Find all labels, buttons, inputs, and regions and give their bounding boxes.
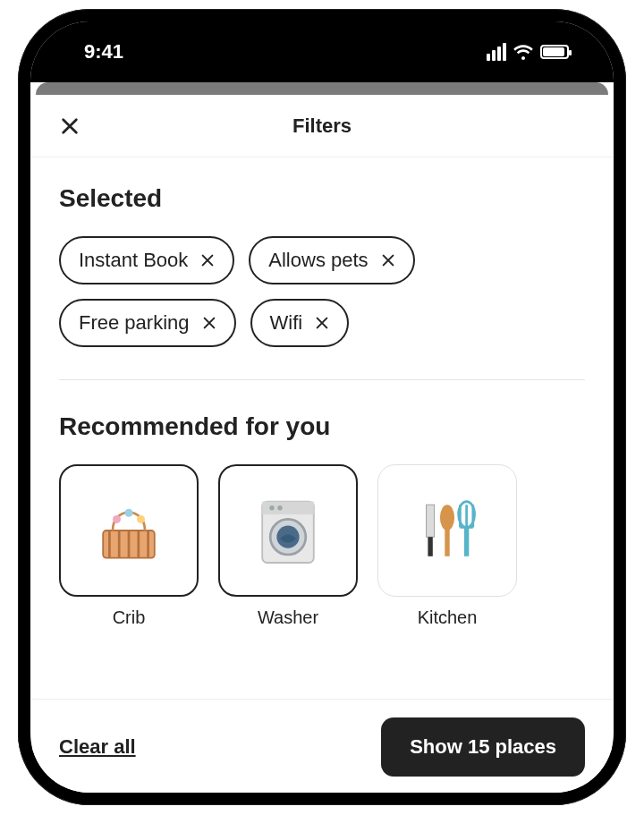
card-wrap-washer: Washer (218, 464, 358, 628)
card-wrap-kitchen: Kitchen (377, 464, 517, 628)
filter-sheet: Filters Selected Instant Book Allows pet… (32, 95, 612, 793)
svg-rect-18 (445, 529, 449, 556)
card-label: Kitchen (418, 607, 478, 628)
svg-rect-15 (427, 505, 435, 537)
divider (59, 379, 585, 380)
status-time: 9:41 (84, 40, 123, 64)
remove-icon (200, 253, 215, 267)
close-button[interactable] (54, 110, 86, 142)
status-right (487, 43, 569, 61)
device-notch (250, 25, 394, 61)
chip-label: Allows pets (268, 249, 368, 272)
svg-point-17 (440, 505, 454, 531)
sheet-footer: Clear all Show 15 places (32, 699, 612, 793)
card-label: Crib (113, 607, 146, 628)
chip-label: Free parking (79, 311, 190, 335)
card-kitchen[interactable] (377, 464, 517, 597)
sheet-content: Selected Instant Book Allows pets (32, 157, 612, 699)
show-places-button[interactable]: Show 15 places (381, 717, 585, 777)
card-label: Washer (258, 607, 318, 628)
close-icon (60, 116, 80, 136)
crib-icon (89, 490, 169, 571)
modal-backdrop (36, 82, 608, 95)
remove-icon (381, 253, 395, 267)
device-frame: 9:41 (18, 9, 626, 805)
kitchen-icon (407, 490, 487, 571)
header-title: Filters (292, 115, 352, 138)
svg-rect-16 (428, 537, 432, 556)
cellular-icon (487, 43, 506, 61)
chip-instant-book[interactable]: Instant Book (59, 236, 234, 284)
chip-allows-pets[interactable]: Allows pets (249, 236, 414, 284)
chip-label: Instant Book (79, 249, 188, 272)
svg-point-6 (113, 515, 121, 523)
card-washer[interactable] (218, 464, 358, 597)
remove-icon (315, 316, 329, 330)
recommended-title: Recommended for you (59, 412, 585, 441)
svg-point-11 (269, 505, 274, 510)
svg-point-12 (277, 505, 282, 510)
clear-all-button[interactable]: Clear all (59, 735, 136, 759)
wifi-icon (513, 44, 533, 60)
chip-label: Wifi (270, 311, 303, 335)
remove-icon (202, 316, 216, 330)
selected-title: Selected (59, 184, 585, 213)
recommended-cards: Crib (59, 464, 585, 628)
card-wrap-crib: Crib (59, 464, 199, 628)
sheet-header: Filters (32, 95, 612, 157)
card-crib[interactable] (59, 464, 199, 597)
screen: 9:41 (30, 21, 614, 793)
svg-point-7 (125, 509, 133, 517)
svg-point-8 (137, 515, 145, 523)
selected-chips: Instant Book Allows pets Free parking (59, 236, 585, 347)
chip-wifi[interactable]: Wifi (250, 299, 350, 347)
washer-icon (248, 490, 328, 571)
svg-rect-19 (464, 527, 469, 556)
battery-icon (540, 45, 569, 59)
chip-free-parking[interactable]: Free parking (59, 299, 236, 347)
